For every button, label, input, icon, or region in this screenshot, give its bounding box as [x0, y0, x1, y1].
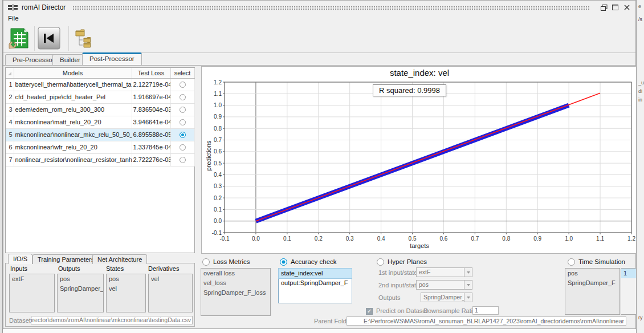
list-item[interactable]: 1: [621, 269, 637, 278]
chevron-down-icon[interactable]: [464, 293, 472, 302]
time-simulation-listbox[interactable]: posSpringDamper_F: [565, 268, 620, 315]
list-item[interactable]: vel: [149, 274, 192, 284]
row-number: 1: [6, 78, 14, 91]
derivatives-listbox[interactable]: vel: [148, 274, 193, 312]
time-simulation-values[interactable]: 1: [621, 268, 637, 315]
inputs-label: Inputs: [10, 265, 27, 272]
list-item[interactable]: overall loss: [201, 269, 270, 278]
tab-net-architecture[interactable]: Net Architecture: [92, 254, 147, 264]
svg-text:1.2: 1.2: [214, 79, 222, 86]
model-select-radio[interactable]: [180, 94, 186, 100]
svg-text:0.9: 0.9: [533, 235, 541, 242]
time-simulation-radio[interactable]: [568, 258, 575, 266]
accuracy-chart: -0.10.00.10.20.30.40.50.60.70.80.91.01.1…: [202, 79, 637, 253]
svg-text:0.2: 0.2: [315, 235, 323, 242]
models-column-header[interactable]: Models: [14, 68, 132, 78]
model-select-radio[interactable]: [180, 82, 186, 88]
list-item[interactable]: pos: [58, 274, 103, 284]
second-input-state-dropdown[interactable]: pos: [416, 280, 472, 290]
loss-metrics-radio[interactable]: [202, 258, 210, 266]
tab-post-processor[interactable]: Post-Processor: [82, 52, 142, 65]
select-cell: [170, 128, 194, 141]
inputs-listbox[interactable]: extF: [9, 274, 55, 312]
import-data-button[interactable]: [7, 26, 32, 51]
hyper-planes-radio[interactable]: [377, 258, 384, 266]
table-row[interactable]: 2cfd_heated_pipe\cfd_heater_Pel1.916697e…: [6, 91, 194, 103]
test-loss-column-header[interactable]: Test Loss: [132, 68, 170, 78]
list-item[interactable]: output:SpringDamper_F: [279, 278, 352, 288]
table-row[interactable]: 6mkcnonlinear\wfr_relu_20_201.337845e-04: [6, 141, 194, 153]
table-row[interactable]: 5mkcnonlinear\nonlinear_mkc_relu_50_50_.…: [6, 128, 194, 141]
model-select-radio[interactable]: [180, 107, 186, 113]
list-item[interactable]: extF: [10, 274, 54, 284]
first-input-state-value: extF: [416, 267, 464, 277]
accuracy-check-label[interactable]: Accuracy check: [291, 258, 337, 265]
edge-text-fragment: e: [638, 3, 641, 9]
app-icon: [8, 4, 18, 11]
menubar: File: [3, 14, 635, 23]
row-number: 4: [6, 116, 14, 128]
model-select-radio[interactable]: [180, 157, 186, 163]
model-select-radio[interactable]: [180, 132, 186, 138]
svg-text:0.8: 0.8: [502, 235, 510, 242]
tab-ios[interactable]: I/O/S: [8, 254, 32, 264]
svg-text:1.0: 1.0: [214, 102, 222, 108]
select-cell: [170, 141, 194, 153]
model-select-radio[interactable]: [180, 144, 186, 151]
first-input-state-dropdown[interactable]: extF: [416, 267, 472, 277]
list-item[interactable]: SpringDamper_F: [565, 278, 619, 288]
table-row[interactable]: 3edem\edem_rom_relu_300_3007.836504e-03: [6, 103, 194, 116]
predict-on-dataset-checkbox[interactable]: [366, 308, 373, 315]
toolbar: [3, 25, 635, 53]
edge-text-fragment: _u: [638, 80, 644, 86]
titlebar-drag-handle[interactable]: [72, 5, 590, 10]
model-name: mkcnonlinear\nonlinear_mkc_relu_50_50_..: [14, 128, 132, 141]
model-name: edem\edem_rom_relu_300_300: [14, 103, 132, 116]
close-window-button[interactable]: [622, 4, 631, 11]
menu-file[interactable]: File: [3, 14, 23, 22]
list-item[interactable]: vel: [107, 284, 145, 294]
hyper-planes-label[interactable]: Hyper Planes: [388, 258, 427, 265]
folder-tree-button[interactable]: [72, 26, 97, 51]
states-listbox[interactable]: posvel: [106, 274, 146, 312]
row-number: 7: [6, 153, 14, 166]
test-loss-value: 2.122719e-04: [132, 78, 170, 91]
time-simulation-label[interactable]: Time Simulation: [578, 258, 625, 265]
reset-skip-back-button[interactable]: [36, 26, 62, 51]
accuracy-check-radio[interactable]: [280, 258, 287, 266]
restore-window-button[interactable]: [600, 4, 608, 11]
chevron-down-icon[interactable]: [464, 280, 472, 290]
predict-on-dataset-label: Predict on Dataset: [376, 307, 428, 314]
toolbar-separator: [34, 26, 35, 51]
downsample-ratio-label: Downsample Ratio: [423, 307, 476, 314]
list-item[interactable]: SpringDamper_F: [58, 284, 103, 294]
maximize-window-button[interactable]: [611, 4, 619, 11]
table-row[interactable]: 7nonlinear_resistor\nonlinear_resistor_t…: [6, 153, 194, 166]
list-item[interactable]: state_index:vel: [279, 269, 352, 278]
model-select-radio[interactable]: [180, 119, 186, 125]
dataset-path-field[interactable]: S\romAI_sonuman_BLRLAP1427_2023\romAI_di…: [31, 316, 193, 324]
list-item[interactable]: SpringDamper_F_loss: [201, 288, 270, 298]
test-loss-value: 7.836504e-03: [132, 103, 170, 116]
sort-corner-icon: [8, 72, 11, 75]
test-loss-value: 2.722276e-03: [132, 153, 170, 166]
loss-metrics-listbox[interactable]: overall lossvel_lossSpringDamper_F_loss: [201, 268, 271, 316]
svg-text:1.1: 1.1: [214, 91, 222, 97]
list-item[interactable]: pos: [565, 269, 619, 278]
tab-training-parameters[interactable]: Training Parameters: [32, 254, 99, 264]
corner-header-cell[interactable]: [6, 68, 14, 78]
list-item[interactable]: vel_loss: [201, 278, 270, 288]
parent-folder-field[interactable]: E:\PerforceWS\MAS\romAI_sonuman_BLRLAP14…: [347, 316, 626, 326]
svg-text:-0.1: -0.1: [212, 230, 222, 236]
list-item[interactable]: pos: [107, 274, 145, 284]
chevron-down-icon[interactable]: [464, 267, 472, 277]
table-row[interactable]: 1batterycell_thermal\batterycell_thermal…: [6, 78, 194, 91]
select-column-header[interactable]: select: [170, 68, 194, 78]
downsample-ratio-input[interactable]: 1: [472, 306, 499, 315]
accuracy-check-listbox[interactable]: state_index:veloutput:SpringDamper_F: [278, 268, 352, 303]
outputs-dropdown[interactable]: SpringDamper_F: [421, 293, 472, 302]
table-row[interactable]: 4mkcnonlinear\matt_relu_20_203.946641e-0…: [6, 116, 194, 128]
loss-metrics-label[interactable]: Loss Metrics: [213, 258, 250, 265]
models-table-body: 1batterycell_thermal\batterycell_thermal…: [6, 78, 194, 166]
outputs-listbox[interactable]: posSpringDamper_F: [57, 274, 104, 312]
